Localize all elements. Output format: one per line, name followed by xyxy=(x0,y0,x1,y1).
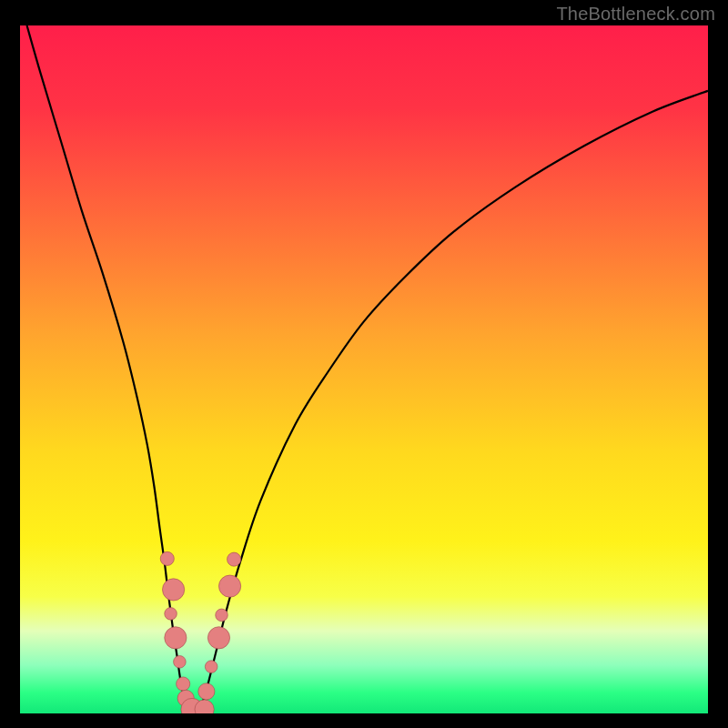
data-marker xyxy=(205,661,217,673)
data-marker xyxy=(165,627,187,649)
data-marker xyxy=(228,552,241,566)
plot-frame xyxy=(20,25,708,713)
data-marker xyxy=(207,627,229,649)
chart-svg xyxy=(20,25,708,713)
data-marker xyxy=(165,608,177,621)
data-marker xyxy=(160,551,174,565)
data-marker xyxy=(198,683,215,700)
watermark-text: TheBottleneck.com xyxy=(556,4,715,25)
data-marker xyxy=(177,677,190,691)
data-marker xyxy=(216,609,228,622)
data-marker xyxy=(162,579,184,601)
data-marker xyxy=(174,656,187,669)
gradient-background xyxy=(20,25,708,713)
chart-root: TheBottleneck.com xyxy=(0,0,728,728)
data-marker xyxy=(218,575,240,597)
